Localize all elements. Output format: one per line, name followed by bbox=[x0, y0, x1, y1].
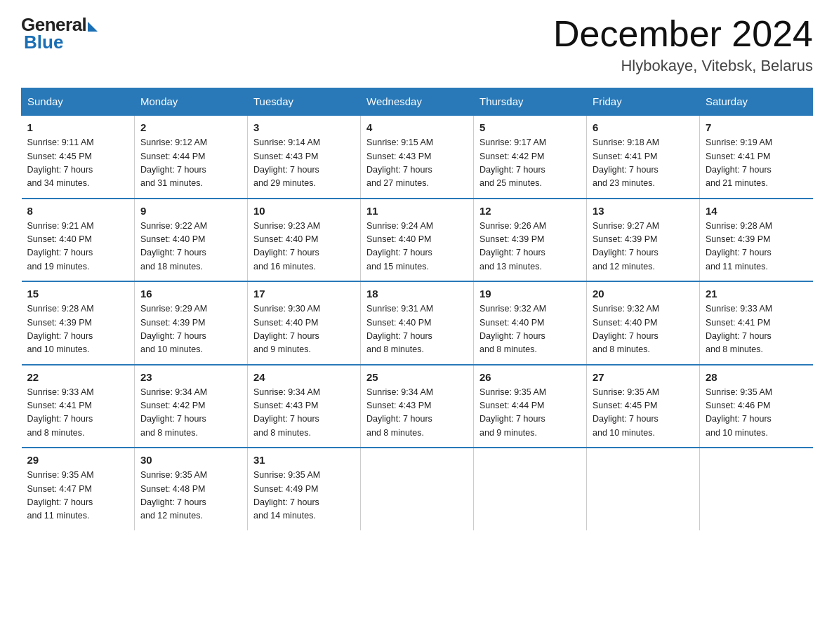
day-cell: 14Sunrise: 9:28 AMSunset: 4:39 PMDayligh… bbox=[700, 199, 813, 282]
header-row: SundayMondayTuesdayWednesdayThursdayFrid… bbox=[22, 88, 813, 116]
day-info: Sunrise: 9:35 AMSunset: 4:49 PMDaylight:… bbox=[253, 469, 355, 523]
day-number: 3 bbox=[253, 121, 355, 133]
day-number: 27 bbox=[593, 371, 694, 383]
day-number: 5 bbox=[479, 121, 581, 133]
day-cell bbox=[700, 448, 813, 530]
day-number: 1 bbox=[27, 121, 129, 133]
day-info: Sunrise: 9:23 AMSunset: 4:40 PMDaylight:… bbox=[253, 220, 355, 274]
logo-arrow-icon bbox=[88, 22, 98, 32]
day-cell: 22Sunrise: 9:33 AMSunset: 4:41 PMDayligh… bbox=[22, 365, 135, 448]
day-cell: 1Sunrise: 9:11 AMSunset: 4:45 PMDaylight… bbox=[22, 115, 135, 199]
day-info: Sunrise: 9:33 AMSunset: 4:41 PMDaylight:… bbox=[27, 386, 129, 441]
day-cell: 3Sunrise: 9:14 AMSunset: 4:43 PMDaylight… bbox=[248, 115, 361, 199]
day-number: 28 bbox=[706, 371, 807, 383]
day-info: Sunrise: 9:17 AMSunset: 4:42 PMDaylight:… bbox=[479, 136, 581, 191]
day-cell: 17Sunrise: 9:30 AMSunset: 4:40 PMDayligh… bbox=[248, 281, 361, 365]
week-row-1: 1Sunrise: 9:11 AMSunset: 4:45 PMDaylight… bbox=[22, 115, 813, 199]
day-number: 31 bbox=[253, 454, 355, 466]
calendar-body: 1Sunrise: 9:11 AMSunset: 4:45 PMDaylight… bbox=[22, 115, 813, 530]
week-row-3: 15Sunrise: 9:28 AMSunset: 4:39 PMDayligh… bbox=[22, 281, 813, 365]
day-info: Sunrise: 9:19 AMSunset: 4:41 PMDaylight:… bbox=[706, 136, 807, 191]
title-section: December 2024 Hlybokaye, Vitebsk, Belaru… bbox=[553, 14, 813, 75]
day-info: Sunrise: 9:28 AMSunset: 4:39 PMDaylight:… bbox=[706, 220, 807, 274]
month-title: December 2024 bbox=[553, 14, 813, 54]
day-number: 11 bbox=[366, 205, 468, 217]
day-info: Sunrise: 9:11 AMSunset: 4:45 PMDaylight:… bbox=[27, 136, 129, 191]
day-cell: 4Sunrise: 9:15 AMSunset: 4:43 PMDaylight… bbox=[361, 115, 474, 199]
location-subtitle: Hlybokaye, Vitebsk, Belarus bbox=[553, 57, 813, 75]
day-info: Sunrise: 9:32 AMSunset: 4:40 PMDaylight:… bbox=[479, 302, 581, 357]
day-header-thursday: Thursday bbox=[474, 88, 587, 116]
day-info: Sunrise: 9:34 AMSunset: 4:43 PMDaylight:… bbox=[253, 386, 355, 441]
day-header-sunday: Sunday bbox=[22, 88, 135, 116]
day-info: Sunrise: 9:35 AMSunset: 4:48 PMDaylight:… bbox=[140, 469, 241, 523]
day-cell: 20Sunrise: 9:32 AMSunset: 4:40 PMDayligh… bbox=[587, 281, 700, 365]
day-number: 17 bbox=[253, 288, 355, 300]
day-info: Sunrise: 9:21 AMSunset: 4:40 PMDaylight:… bbox=[27, 220, 129, 274]
day-info: Sunrise: 9:29 AMSunset: 4:39 PMDaylight:… bbox=[140, 302, 241, 357]
day-cell: 13Sunrise: 9:27 AMSunset: 4:39 PMDayligh… bbox=[587, 199, 700, 282]
day-number: 26 bbox=[479, 371, 581, 383]
day-header-monday: Monday bbox=[135, 88, 248, 116]
day-header-friday: Friday bbox=[587, 88, 700, 116]
day-number: 8 bbox=[27, 205, 129, 217]
day-number: 15 bbox=[27, 288, 129, 300]
day-header-wednesday: Wednesday bbox=[361, 88, 474, 116]
page-header: General Blue December 2024 Hlybokaye, Vi… bbox=[21, 14, 813, 75]
day-number: 21 bbox=[706, 288, 807, 300]
day-cell: 24Sunrise: 9:34 AMSunset: 4:43 PMDayligh… bbox=[248, 365, 361, 448]
day-info: Sunrise: 9:22 AMSunset: 4:40 PMDaylight:… bbox=[140, 220, 241, 274]
day-cell: 19Sunrise: 9:32 AMSunset: 4:40 PMDayligh… bbox=[474, 281, 587, 365]
day-number: 16 bbox=[140, 288, 241, 300]
day-number: 12 bbox=[479, 205, 581, 217]
day-info: Sunrise: 9:27 AMSunset: 4:39 PMDaylight:… bbox=[593, 220, 694, 274]
day-number: 2 bbox=[140, 121, 241, 133]
day-info: Sunrise: 9:34 AMSunset: 4:43 PMDaylight:… bbox=[366, 386, 468, 441]
week-row-5: 29Sunrise: 9:35 AMSunset: 4:47 PMDayligh… bbox=[22, 448, 813, 530]
logo: General Blue bbox=[21, 14, 98, 53]
day-info: Sunrise: 9:14 AMSunset: 4:43 PMDaylight:… bbox=[253, 136, 355, 191]
day-number: 24 bbox=[253, 371, 355, 383]
day-number: 13 bbox=[593, 205, 694, 217]
day-info: Sunrise: 9:34 AMSunset: 4:42 PMDaylight:… bbox=[140, 386, 241, 441]
day-cell: 21Sunrise: 9:33 AMSunset: 4:41 PMDayligh… bbox=[700, 281, 813, 365]
day-info: Sunrise: 9:31 AMSunset: 4:40 PMDaylight:… bbox=[366, 302, 468, 357]
day-number: 25 bbox=[366, 371, 468, 383]
day-info: Sunrise: 9:35 AMSunset: 4:45 PMDaylight:… bbox=[593, 386, 694, 441]
day-cell: 8Sunrise: 9:21 AMSunset: 4:40 PMDaylight… bbox=[22, 199, 135, 282]
calendar-header: SundayMondayTuesdayWednesdayThursdayFrid… bbox=[22, 88, 813, 116]
day-number: 4 bbox=[366, 121, 468, 133]
day-info: Sunrise: 9:18 AMSunset: 4:41 PMDaylight:… bbox=[593, 136, 694, 191]
day-cell: 5Sunrise: 9:17 AMSunset: 4:42 PMDaylight… bbox=[474, 115, 587, 199]
day-cell: 27Sunrise: 9:35 AMSunset: 4:45 PMDayligh… bbox=[587, 365, 700, 448]
day-cell: 2Sunrise: 9:12 AMSunset: 4:44 PMDaylight… bbox=[135, 115, 248, 199]
day-cell: 16Sunrise: 9:29 AMSunset: 4:39 PMDayligh… bbox=[135, 281, 248, 365]
day-cell bbox=[361, 448, 474, 530]
day-info: Sunrise: 9:24 AMSunset: 4:40 PMDaylight:… bbox=[366, 220, 468, 274]
day-header-saturday: Saturday bbox=[700, 88, 813, 116]
day-info: Sunrise: 9:12 AMSunset: 4:44 PMDaylight:… bbox=[140, 136, 241, 191]
day-number: 29 bbox=[27, 454, 129, 466]
day-cell bbox=[587, 448, 700, 530]
day-info: Sunrise: 9:15 AMSunset: 4:43 PMDaylight:… bbox=[366, 136, 468, 191]
day-cell: 23Sunrise: 9:34 AMSunset: 4:42 PMDayligh… bbox=[135, 365, 248, 448]
day-cell: 11Sunrise: 9:24 AMSunset: 4:40 PMDayligh… bbox=[361, 199, 474, 282]
day-cell: 26Sunrise: 9:35 AMSunset: 4:44 PMDayligh… bbox=[474, 365, 587, 448]
day-info: Sunrise: 9:35 AMSunset: 4:44 PMDaylight:… bbox=[479, 386, 581, 441]
day-cell bbox=[474, 448, 587, 530]
day-number: 18 bbox=[366, 288, 468, 300]
day-number: 30 bbox=[140, 454, 241, 466]
day-cell: 7Sunrise: 9:19 AMSunset: 4:41 PMDaylight… bbox=[700, 115, 813, 199]
day-cell: 15Sunrise: 9:28 AMSunset: 4:39 PMDayligh… bbox=[22, 281, 135, 365]
day-cell: 31Sunrise: 9:35 AMSunset: 4:49 PMDayligh… bbox=[248, 448, 361, 530]
day-cell: 25Sunrise: 9:34 AMSunset: 4:43 PMDayligh… bbox=[361, 365, 474, 448]
day-info: Sunrise: 9:30 AMSunset: 4:40 PMDaylight:… bbox=[253, 302, 355, 357]
day-info: Sunrise: 9:28 AMSunset: 4:39 PMDaylight:… bbox=[27, 302, 129, 357]
day-number: 6 bbox=[593, 121, 694, 133]
day-cell: 30Sunrise: 9:35 AMSunset: 4:48 PMDayligh… bbox=[135, 448, 248, 530]
day-cell: 10Sunrise: 9:23 AMSunset: 4:40 PMDayligh… bbox=[248, 199, 361, 282]
day-cell: 18Sunrise: 9:31 AMSunset: 4:40 PMDayligh… bbox=[361, 281, 474, 365]
logo-blue-text: Blue bbox=[24, 32, 63, 53]
day-number: 23 bbox=[140, 371, 241, 383]
day-cell: 28Sunrise: 9:35 AMSunset: 4:46 PMDayligh… bbox=[700, 365, 813, 448]
